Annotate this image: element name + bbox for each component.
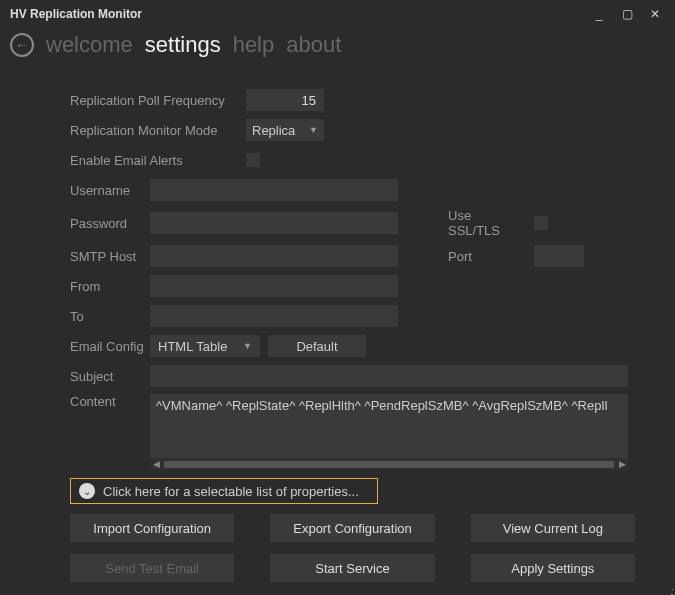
scroll-left-icon[interactable]: ◀	[150, 459, 162, 469]
back-button[interactable]: ←	[10, 33, 34, 57]
titlebar: HV Replication Monitor _ ▢ ✕	[0, 0, 675, 28]
arrow-left-icon: ←	[15, 37, 29, 53]
poll-label: Replication Poll Frequency	[70, 93, 246, 108]
send-test-email-button[interactable]: Send Test Email	[70, 554, 234, 582]
to-input[interactable]	[150, 305, 398, 327]
expander-label: Click here for a selectable list of prop…	[103, 484, 359, 499]
subject-input[interactable]	[150, 365, 628, 387]
export-config-button[interactable]: Export Configuration	[270, 514, 434, 542]
settings-form: Replication Poll Frequency Replication M…	[0, 68, 675, 582]
tab-settings[interactable]: settings	[145, 32, 221, 58]
tab-about[interactable]: about	[286, 32, 341, 58]
mode-label: Replication Monitor Mode	[70, 123, 246, 138]
mode-value: Replica	[252, 123, 295, 138]
port-label: Port	[448, 249, 526, 264]
from-label: From	[70, 279, 150, 294]
emailcfg-value: HTML Table	[158, 339, 227, 354]
alerts-label: Enable Email Alerts	[70, 153, 246, 168]
emailcfg-select[interactable]: HTML Table ▼	[150, 335, 260, 357]
smtp-label: SMTP Host	[70, 249, 150, 264]
maximize-button[interactable]: ▢	[613, 2, 641, 26]
apply-settings-button[interactable]: Apply Settings	[471, 554, 635, 582]
view-log-button[interactable]: View Current Log	[471, 514, 635, 542]
password-input[interactable]	[150, 212, 398, 234]
port-input[interactable]	[534, 245, 584, 267]
from-input[interactable]	[150, 275, 398, 297]
mode-select[interactable]: Replica ▼	[246, 119, 324, 141]
content-label: Content	[70, 394, 150, 409]
nav-tabs: ← welcome settings help about	[0, 28, 675, 68]
content-scrollbar[interactable]: ◀ ▶	[150, 458, 628, 470]
window-title: HV Replication Monitor	[10, 7, 142, 21]
tab-help[interactable]: help	[233, 32, 275, 58]
to-label: To	[70, 309, 150, 324]
ssl-label: Use SSL/TLS	[448, 208, 526, 238]
tab-welcome[interactable]: welcome	[46, 32, 133, 58]
minimize-button[interactable]: _	[585, 2, 613, 26]
content-textarea[interactable]: ^VMName^ ^ReplState^ ^ReplHlth^ ^PendRep…	[150, 394, 628, 458]
poll-input[interactable]	[246, 89, 324, 111]
smtp-input[interactable]	[150, 245, 398, 267]
username-input[interactable]	[150, 179, 398, 201]
resize-grip[interactable]: .:	[670, 589, 672, 594]
ssl-checkbox[interactable]	[534, 216, 548, 230]
import-config-button[interactable]: Import Configuration	[70, 514, 234, 542]
content-value: ^VMName^ ^ReplState^ ^ReplHlth^ ^PendRep…	[156, 398, 608, 413]
properties-expander[interactable]: ⌄ Click here for a selectable list of pr…	[70, 478, 378, 504]
default-button[interactable]: Default	[268, 335, 366, 357]
start-service-button[interactable]: Start Service	[270, 554, 434, 582]
alerts-checkbox[interactable]	[246, 153, 260, 167]
chevron-down-icon: ▼	[309, 125, 318, 135]
chevron-down-icon: ⌄	[79, 483, 95, 499]
username-label: Username	[70, 183, 150, 198]
password-label: Password	[70, 216, 150, 231]
scroll-right-icon[interactable]: ▶	[616, 459, 628, 469]
subject-label: Subject	[70, 369, 150, 384]
emailcfg-label: Email Config	[70, 339, 150, 354]
scroll-thumb[interactable]	[164, 461, 614, 468]
close-button[interactable]: ✕	[641, 2, 669, 26]
chevron-down-icon: ▼	[243, 341, 252, 351]
